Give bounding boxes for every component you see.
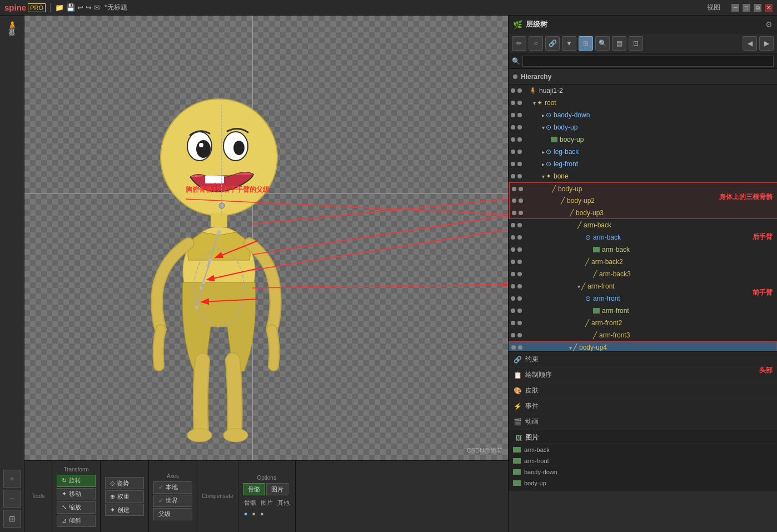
tree-item-body-up4[interactable]: ▾ ╱ body-up4 [509, 341, 777, 351]
skins-section[interactable]: 🎨 皮肤 [509, 383, 777, 399]
tree-item-leg-back[interactable]: ▸ ⊙ leg-back [509, 146, 777, 158]
scale-button[interactable]: ⤡ 缩放 [57, 501, 96, 514]
parent-button[interactable]: 父级 [153, 508, 192, 520]
tree-icon-body-up2: ╱ [561, 197, 565, 205]
tree-toggle-body-up[interactable]: ▾ [542, 125, 545, 131]
other-option-label: 其他 [277, 499, 290, 507]
other-radio[interactable]: ● [260, 510, 264, 517]
weight-button[interactable]: ⊕ 权重 [105, 490, 144, 503]
tree-item-arm-front-bone[interactable]: ▾ ╱ arm-front [509, 280, 777, 292]
transform-section: Transform ↻ 旋转 ✦ 移动 ⤡ 缩放 ⊿ 倾斜 [52, 461, 101, 532]
move-button[interactable]: ✦ 移动 [57, 488, 96, 500]
copy-tool[interactable]: ⊡ [629, 36, 643, 51]
local-button[interactable]: ✓ 本地 [153, 481, 192, 494]
bone-radio[interactable]: ● [244, 510, 248, 517]
view-menu[interactable]: 视图 [707, 3, 720, 12]
tree-toggle-leg-front[interactable]: ▸ [542, 161, 545, 167]
toolbar-icon-msg: ✉ [94, 3, 100, 12]
rotate-button[interactable]: ↻ 旋转 [57, 475, 96, 487]
toolbar-icon-redo[interactable]: ↪ [86, 3, 92, 12]
tree-item-arm-back2[interactable]: ╱ arm-back2 [509, 256, 777, 268]
tree-item-arm-front2[interactable]: ╱ arm-front2 [509, 317, 777, 329]
panel-tree-icon: 🌿 [513, 20, 522, 29]
tree-item-arm-back3[interactable]: ╱ arm-back3 [509, 268, 777, 280]
tree-icon-body-up-bone: ╱ [552, 185, 556, 193]
tree-item-arm-front-slot[interactable]: ⊙ arm-front [509, 292, 777, 305]
draw-order-section[interactable]: 📋 绘制顺序 [509, 367, 777, 383]
link-tool[interactable]: 🔗 [545, 36, 560, 51]
img-item-arm-back[interactable]: arm-back [511, 444, 775, 455]
nav-forward[interactable]: ▶ [759, 36, 774, 51]
tree-item-arm-back-bone[interactable]: ╱ arm-back [509, 219, 777, 231]
constraints-section[interactable]: 🔗 约束 [509, 352, 777, 367]
toolbar-icon-undo[interactable]: ↩ [77, 3, 83, 12]
circle-tool[interactable]: ○ [529, 36, 543, 51]
hierarchy-tree[interactable]: 🧍 huaji1-2 ▾ ✦ root ▸ ⊙ baody-down ▾ [509, 84, 777, 351]
tree-toggle-body-up4[interactable]: ▾ [569, 345, 572, 351]
tree-item-body-up[interactable]: ▾ ⊙ body-up [509, 121, 777, 133]
select-tool[interactable]: ⊞ [579, 36, 593, 51]
minimize-button[interactable]: ─ [731, 4, 739, 12]
tree-label-root: root [545, 99, 556, 107]
svg-point-5 [233, 141, 245, 155]
search-tool[interactable]: 🔍 [595, 36, 610, 51]
world-button[interactable]: ✓ 世界 [153, 495, 192, 507]
viewport[interactable]: 胸腔骨骼3为右手手臂的父级 CSDN@简花 [24, 16, 508, 460]
img-item-baody-down[interactable]: baody-down [511, 466, 775, 478]
panel-settings-icon[interactable]: ⚙ [765, 20, 773, 29]
svg-point-12 [187, 429, 212, 442]
tree-item-arm-back-skin[interactable]: arm-back [509, 243, 777, 256]
tree-toggle-arm-front[interactable]: ▾ [577, 284, 580, 290]
tree-item-body-up-img[interactable]: body-up [509, 133, 777, 146]
create-button[interactable]: ✦ 创建 [105, 504, 144, 516]
img-item-body-up[interactable]: body-up [511, 478, 775, 489]
events-label: 事件 [525, 401, 539, 411]
image-tab[interactable]: 图片 [266, 483, 288, 495]
filter-tool[interactable]: ▼ [562, 36, 576, 51]
tree-item-arm-front3[interactable]: ╱ arm-front3 [509, 329, 777, 341]
img-item-arm-front[interactable]: arm-front [511, 455, 775, 466]
pencil-tool[interactable]: ✏ [512, 36, 526, 51]
fit-button[interactable]: ⊞ [3, 510, 21, 528]
left-toolbar: 🧍 设置 + − ⊞ [0, 16, 24, 532]
bone-tab[interactable]: 骨骼 [243, 483, 265, 495]
pose-button[interactable]: ◇ 姿势 [105, 477, 144, 489]
tree-icon-body-up-img [551, 137, 557, 142]
tree-item-bone[interactable]: ▾ ✦ bone [509, 170, 777, 182]
maximize-button[interactable]: □ [743, 4, 750, 12]
tree-item-root[interactable]: ▾ ✦ root [509, 97, 777, 109]
zoom-in-button[interactable]: + [3, 470, 21, 488]
animations-label: 动画 [525, 417, 539, 426]
close-button[interactable]: ✕ [765, 4, 773, 12]
grid-tool[interactable]: ▤ [612, 36, 626, 51]
compensate-section: Compensate [197, 461, 238, 532]
tree-label-leg-front: leg-front [554, 160, 578, 168]
tree-toggle-root[interactable]: ▾ [533, 100, 536, 106]
tree-item-baody-down[interactable]: ▸ ⊙ baody-down [509, 109, 777, 121]
events-section[interactable]: ⚡ 事件 [509, 399, 777, 414]
search-input[interactable] [522, 56, 774, 67]
shear-button[interactable]: ⊿ 倾斜 [57, 515, 96, 527]
animations-section[interactable]: 🎬 动画 [509, 414, 777, 430]
images-section[interactable]: 🖼 图片 arm-back arm-front baody-down body-… [509, 430, 777, 491]
nav-back[interactable]: ◀ [743, 36, 757, 51]
restore-button[interactable]: ⧉ [754, 4, 761, 12]
tree-toggle-leg-back[interactable]: ▸ [542, 149, 545, 155]
tree-item-huaji1-2[interactable]: 🧍 huaji1-2 [509, 84, 777, 97]
tree-item-leg-front[interactable]: ▸ ⊙ leg-front [509, 158, 777, 170]
zoom-out-button[interactable]: − [3, 490, 21, 508]
tree-toggle-baody-down[interactable]: ▸ [542, 112, 545, 118]
toolbar-icon-file[interactable]: 📁 [55, 3, 64, 12]
tree-item-body-up3[interactable]: ╱ body-up3 [509, 207, 777, 219]
tree-icon-leg-back: ⊙ [546, 148, 551, 156]
tree-item-arm-back-slot[interactable]: ⊙ arm-back [509, 231, 777, 243]
create-icon: ✦ [110, 506, 115, 514]
annotation-head: 头部 [759, 366, 773, 375]
toolbar-icon-save[interactable]: 💾 [66, 3, 75, 12]
tree-label-bone: bone [554, 172, 569, 180]
tree-toggle-bone[interactable]: ▾ [542, 173, 545, 180]
tree-item-arm-front-skin[interactable]: arm-front [509, 305, 777, 317]
transform-label: Transform [57, 466, 96, 473]
annotation-front-arm: 前手臂 [753, 288, 773, 297]
image-radio[interactable]: ● [252, 510, 256, 517]
